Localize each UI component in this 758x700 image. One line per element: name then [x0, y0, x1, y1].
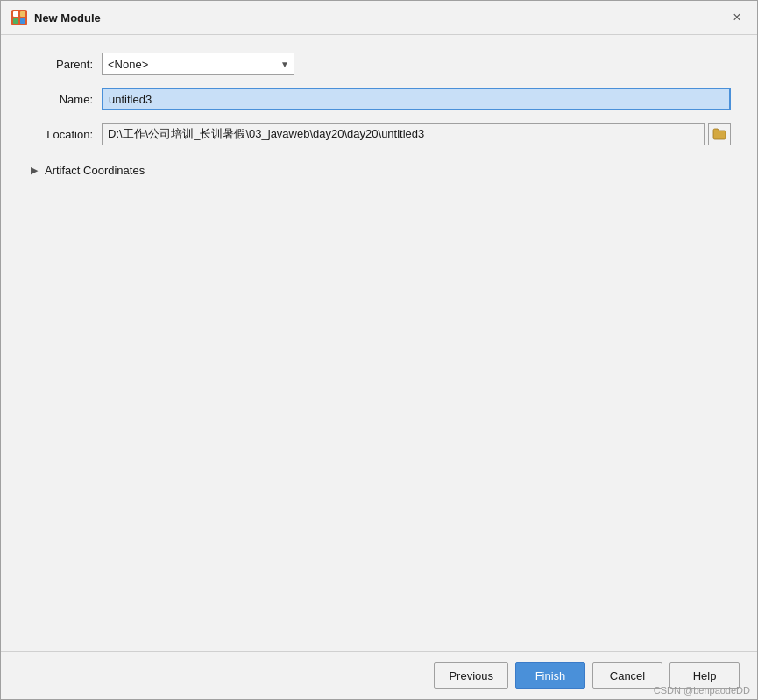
parent-control-wrapper: <None> ▼	[102, 53, 731, 75]
parent-row: Parent: <None> ▼	[27, 53, 731, 75]
artifact-label: Artifact Coordinates	[45, 164, 145, 177]
module-icon	[11, 10, 27, 25]
svg-rect-1	[13, 11, 18, 17]
svg-rect-2	[20, 11, 25, 17]
name-label: Name:	[27, 93, 93, 106]
artifact-coordinates-section[interactable]: ▶ Artifact Coordinates	[27, 161, 731, 179]
content-spacer	[27, 179, 731, 633]
svg-rect-3	[13, 18, 18, 24]
dialog-title: New Module	[34, 11, 727, 25]
svg-rect-4	[20, 18, 25, 24]
previous-button[interactable]: Previous	[434, 662, 508, 689]
cancel-button[interactable]: Cancel	[592, 662, 662, 689]
parent-select[interactable]: <None>	[102, 53, 294, 75]
button-bar: Previous Finish Cancel Help	[1, 651, 757, 699]
name-row: Name:	[27, 88, 731, 110]
close-button[interactable]: ×	[727, 8, 747, 27]
location-control-wrapper	[102, 123, 731, 145]
finish-button[interactable]: Finish	[515, 662, 585, 689]
new-module-dialog: New Module × Parent: <None> ▼ Name:	[0, 0, 758, 700]
location-label: Location:	[27, 128, 93, 141]
folder-icon	[712, 128, 726, 140]
browse-folder-button[interactable]	[708, 123, 731, 145]
name-input[interactable]	[102, 88, 731, 110]
parent-select-wrapper: <None> ▼	[102, 53, 294, 75]
artifact-expand-arrow-icon: ▶	[27, 163, 41, 177]
dialog-content: Parent: <None> ▼ Name: Location:	[1, 35, 757, 651]
name-control-wrapper	[102, 88, 731, 110]
location-row: Location:	[27, 123, 731, 145]
parent-label: Parent:	[27, 58, 93, 71]
watermark: CSDN @benpaodeDD	[654, 685, 750, 696]
title-bar: New Module ×	[1, 1, 757, 35]
location-input[interactable]	[102, 123, 705, 145]
